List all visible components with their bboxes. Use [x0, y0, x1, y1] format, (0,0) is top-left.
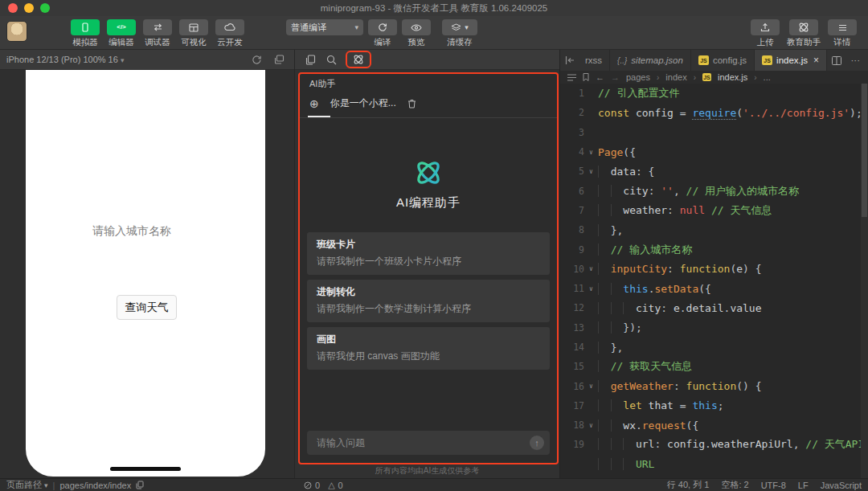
- ai-session-tabs: ⊕ 你是一个小程...: [300, 92, 557, 118]
- cursor-position[interactable]: 行 40, 列 1: [667, 479, 710, 491]
- code-line: 8 },: [560, 220, 868, 239]
- user-avatar[interactable]: [6, 21, 27, 42]
- rotate-device-icon[interactable]: [252, 55, 262, 65]
- code-line: URL: [560, 455, 868, 474]
- cloud-dev-button[interactable]: 云开发: [215, 19, 244, 48]
- nav-forward-icon[interactable]: →: [611, 72, 620, 82]
- problems-indicator[interactable]: 0 △ 0: [304, 480, 343, 490]
- pages-copy-icon[interactable]: [305, 55, 316, 65]
- fold-toggle-icon[interactable]: ∨: [584, 168, 598, 175]
- maximize-window-button[interactable]: [40, 3, 50, 13]
- line-number: 18: [560, 419, 584, 431]
- editor-toggle-button[interactable]: </> 编辑器: [107, 19, 136, 48]
- code-line: 9 // 输入城市名称: [560, 239, 868, 259]
- clear-cache-button[interactable]: ▾ 清缓存: [442, 19, 477, 48]
- fold-toggle-icon[interactable]: ∨: [584, 265, 598, 272]
- simulator-toggle-button[interactable]: 模拟器: [71, 19, 100, 48]
- code-line: 1// 引入配置文件: [560, 84, 868, 103]
- indent-setting[interactable]: 空格: 2: [721, 479, 748, 491]
- line-number: 6: [560, 186, 584, 197]
- status-bar: 页面路径 ▾ | pages/index/index 0 △ 0 行 40, 列…: [0, 478, 868, 491]
- tab-sitemap-json[interactable]: {..}sitemap.json: [610, 50, 691, 71]
- close-tab-icon[interactable]: ×: [813, 55, 819, 66]
- copy-path-icon[interactable]: [136, 481, 144, 489]
- suggestion-card-base-convert[interactable]: 进制转化 请帮我制作一个数学进制计算小程序: [307, 280, 550, 322]
- nav-back-icon[interactable]: ←: [596, 72, 604, 82]
- tab-config-js[interactable]: JSconfig.js: [691, 50, 755, 71]
- code-editor[interactable]: 1// 引入配置文件2const config = require('../..…: [560, 84, 868, 478]
- fold-toggle-icon[interactable]: ∨: [584, 422, 598, 429]
- code-line: 4∨Page({: [560, 142, 868, 162]
- preview-button[interactable]: 预览: [402, 19, 431, 48]
- breadcrumb-pages[interactable]: pages: [626, 72, 650, 82]
- breadcrumb-index[interactable]: index: [665, 72, 686, 82]
- ai-assistant-column: AI助手 ⊕ 你是一个小程... AI编程助手: [294, 50, 559, 478]
- phone-icon: [80, 23, 90, 32]
- phone-screen: 请输入城市名称 查询天气: [26, 70, 265, 477]
- close-window-button[interactable]: [8, 3, 18, 13]
- tab-index-js[interactable]: JSindex.js×: [755, 50, 827, 71]
- upload-icon: [760, 23, 770, 32]
- language-mode[interactable]: JavaScript: [821, 481, 862, 490]
- edu-assistant-button[interactable]: 教育助手: [787, 19, 821, 48]
- split-editor-icon[interactable]: [832, 56, 841, 65]
- code-text: });: [598, 321, 868, 333]
- bookmark-icon[interactable]: [583, 73, 589, 81]
- outline-icon[interactable]: [567, 74, 576, 81]
- multi-window-icon[interactable]: [274, 55, 285, 65]
- scrollbar-thumb[interactable]: [862, 84, 867, 217]
- editor-tab-bar: rxss {..}sitemap.json JSconfig.js JSinde…: [560, 50, 868, 71]
- fold-toggle-icon[interactable]: ∨: [584, 149, 598, 156]
- js-file-icon: JS: [762, 55, 772, 65]
- panel-toggle-icon[interactable]: [560, 50, 578, 71]
- page-path-selector[interactable]: 页面路径 ▾: [6, 479, 48, 491]
- ai-icon-annotation: [346, 51, 371, 68]
- search-icon[interactable]: [326, 55, 337, 65]
- new-chat-icon[interactable]: ⊕: [309, 98, 319, 109]
- compile-mode-dropdown[interactable]: 普通编译 ▾: [286, 19, 363, 35]
- fold-toggle-icon[interactable]: ∨: [584, 383, 598, 390]
- code-text: getWeather: function() {: [598, 380, 868, 392]
- ai-panel-annotation-box: AI助手 ⊕ 你是一个小程... AI编程助手: [298, 72, 559, 464]
- debugger-toggle-button[interactable]: 调试器: [143, 19, 172, 48]
- suggestion-card-drawing[interactable]: 画图 请帮我使用 canvas 画图功能: [307, 327, 550, 370]
- code-line: 5∨ data: {: [560, 162, 868, 181]
- breadcrumb-more[interactable]: ...: [764, 72, 771, 82]
- code-text: inputCity: function(e) {: [598, 263, 868, 275]
- tab-wxss-partial[interactable]: rxss: [578, 50, 610, 71]
- compile-button[interactable]: 编译: [368, 19, 397, 48]
- city-input-field[interactable]: 请输入城市名称: [92, 224, 171, 239]
- ai-panel-body: AI助手 ⊕ 你是一个小程... AI编程助手: [295, 70, 559, 478]
- session-tab[interactable]: 你是一个小程...: [330, 96, 396, 110]
- device-selector[interactable]: iPhone 12/13 (Pro) 100% 16 ▾: [6, 55, 124, 64]
- code-text: // 引入配置文件: [598, 86, 868, 100]
- minimize-window-button[interactable]: [24, 3, 34, 13]
- editor-scrollbar[interactable]: [861, 84, 868, 478]
- query-weather-button[interactable]: 查询天气: [117, 295, 177, 320]
- breadcrumb-file[interactable]: index.js: [718, 72, 747, 82]
- ai-assistant-toggle-icon[interactable]: [352, 54, 365, 65]
- home-indicator: [110, 467, 181, 471]
- suggestion-card-class-card[interactable]: 班级卡片 请帮我制作一个班级小卡片小程序: [307, 232, 550, 275]
- braces-icon: {..}: [617, 56, 627, 65]
- encoding[interactable]: UTF-8: [761, 481, 786, 490]
- chevron-down-icon: ▾: [354, 23, 358, 31]
- code-text: },: [598, 342, 868, 354]
- js-file-icon: JS: [698, 55, 709, 65]
- visual-toggle-button[interactable]: 可视化: [179, 19, 208, 48]
- simulator-panel: iPhone 12/13 (Pro) 100% 16 ▾ 请输入城市名称 查询天…: [0, 50, 294, 478]
- code-text: const config = require('../../config.js'…: [598, 107, 868, 119]
- code-line: 11∨ this.setData({: [560, 279, 868, 298]
- send-icon[interactable]: ↑: [530, 436, 544, 450]
- details-button[interactable]: 详情: [828, 19, 857, 48]
- fold-toggle-icon[interactable]: ∨: [584, 285, 598, 293]
- upload-button[interactable]: 上传: [751, 19, 780, 48]
- trash-icon[interactable]: [407, 99, 416, 108]
- line-number: 5: [560, 166, 584, 177]
- active-tab-indicator: [308, 116, 330, 117]
- ai-content: AI编程助手 班级卡片 请帮我制作一个班级小卡片小程序 进制转化 请帮我制作一个…: [300, 118, 557, 463]
- code-line: 15 // 获取天气信息: [560, 357, 868, 376]
- more-actions-icon[interactable]: ···: [851, 55, 861, 65]
- eol-setting[interactable]: LF: [798, 481, 809, 490]
- ai-question-input[interactable]: 请输入问题 ↑: [307, 431, 550, 455]
